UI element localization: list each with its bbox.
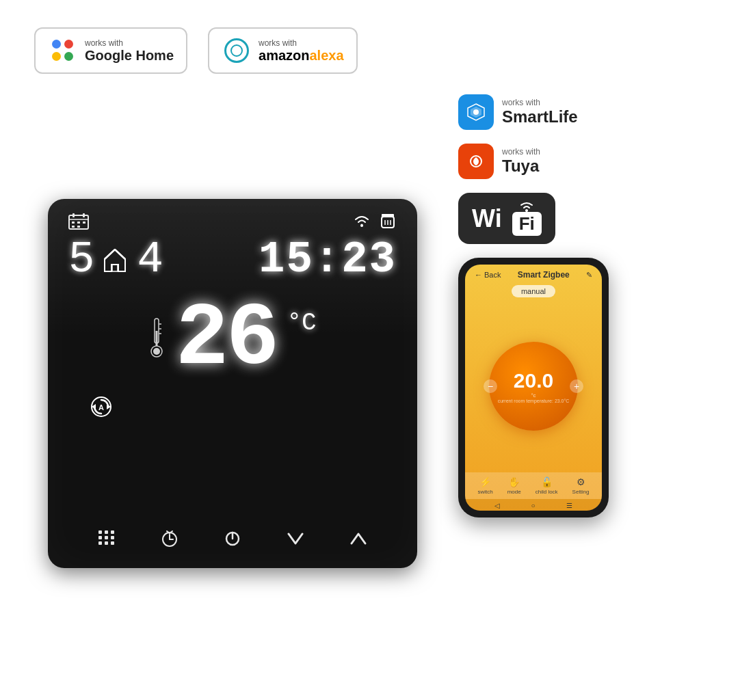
svg-rect-29 [111,530,114,534]
thermostat-buttons [68,523,397,558]
svg-rect-34 [105,541,108,545]
nav-setting[interactable]: ⚙ Setting [572,476,590,495]
svg-rect-35 [111,541,114,545]
tuya-text: works with Tuya [502,147,540,176]
tuya-icon [458,144,494,179]
back-nav-icon[interactable]: ◁ [494,502,500,509]
svg-rect-28 [105,530,108,534]
circle-temperature: 20.0 [514,369,553,392]
program-display: 4 [137,238,163,282]
google-home-text: works with Google Home [85,38,174,64]
wifi-status-icon [353,213,371,234]
nav-mode[interactable]: ✋ mode [507,476,521,495]
svg-point-9 [360,224,363,227]
current-room-temp: current room temperature: 23.0°C [498,399,570,403]
svg-rect-6 [83,221,85,224]
thermostat-wrapper: 5 4 15:23 [34,94,431,673]
wifi-fi-label: Fi [512,212,542,236]
day-display: 5 [68,238,93,282]
temperature-area: 26 °C [68,295,397,384]
home-nav-icon[interactable]: ○ [531,502,535,509]
svg-rect-33 [98,541,102,545]
svg-rect-5 [77,221,80,224]
right-panel: works with SmartLife works with Tuya [458,94,706,673]
svg-rect-15 [112,265,118,271]
tuya-brand: Tuya [502,157,540,176]
nav-switch[interactable]: ⚡ switch [477,476,492,495]
svg-rect-30 [98,536,102,539]
alexa-text: works with amazonalexa [259,38,344,64]
circle-temp-label: °c [531,392,536,399]
tuya-badge: works with Tuya [458,144,706,179]
auto-mode-icon: A [89,394,397,419]
phone-back-button[interactable]: ← Back [475,271,501,279]
amazon-text: amazon [259,48,309,63]
google-home-brand: Google Home [85,48,174,64]
temperature-unit: °C [287,309,316,337]
svg-point-19 [153,348,160,355]
phone-edit-icon[interactable]: ✎ [586,271,592,280]
time-display: 15:23 [259,238,397,282]
boiler-icon [379,213,397,234]
thermometer-icon [148,317,165,363]
phone-screen: ← Back Smart Zigbee ✎ manual − 20.0 [465,265,602,511]
thermostat-main-row: 5 4 15:23 [68,238,397,282]
svg-point-43 [473,109,479,115]
alexa-works-with-label: works with [259,38,344,48]
smartlife-brand: SmartLife [502,107,578,126]
home-program-area [101,247,129,273]
tuya-works-with: works with [502,147,540,157]
temperature-circle: − 20.0 °c current room temperature: 23.0… [489,342,578,431]
wifi-label: Wi [472,204,502,233]
alexa-brand: amazonalexa [259,48,344,64]
smartlife-badge: works with SmartLife [458,94,706,130]
smartlife-text: works with SmartLife [502,98,578,126]
up-button[interactable] [349,530,368,551]
alexa-text: alexa [309,48,343,63]
svg-rect-4 [72,221,75,224]
phone-title: Smart Zigbee [518,270,570,280]
svg-rect-2 [83,213,85,217]
amazon-alexa-badge: works with amazonalexa [208,27,358,74]
thermostat-device: 5 4 15:23 [48,199,417,568]
schedule-icon [68,213,89,234]
smartlife-works-with: works with [502,98,578,107]
menu-button[interactable] [97,528,116,552]
svg-text:A: A [98,403,104,412]
google-home-icon [48,36,78,66]
svg-rect-8 [77,226,80,228]
phone-mockup: ← Back Smart Zigbee ✎ manual − 20.0 [458,258,609,517]
thermostat-status-icons [353,213,397,234]
phone-circle-area: − 20.0 °c current room temperature: 23.0… [465,300,602,472]
nav-child-lock[interactable]: 🔓 child lock [536,476,558,495]
phone-sys-nav: ◁ ○ ☰ [465,499,602,511]
phone-tab-area: manual [472,285,595,297]
wifi-badge: Wi Fi [458,193,555,244]
phone-bottom-nav: ⚡ switch ✋ mode 🔓 child lock ⚙ [465,472,602,499]
google-works-with-label: works with [85,38,174,48]
page-container: works with Google Home works with amazon… [0,0,740,700]
main-content: 5 4 15:23 [34,94,706,673]
svg-rect-7 [72,226,75,228]
badges-row: works with Google Home works with amazon… [34,27,706,74]
manual-tab[interactable]: manual [512,285,555,297]
thermostat-top-row [68,213,397,234]
svg-rect-11 [382,214,394,217]
thermostat-display: 5 4 15:23 [48,199,417,568]
decrease-button[interactable]: − [484,379,497,393]
svg-rect-1 [72,213,75,217]
google-home-badge: works with Google Home [34,27,187,74]
svg-rect-27 [98,530,102,534]
svg-rect-31 [105,536,108,539]
smartlife-icon [458,94,494,130]
increase-button[interactable]: + [570,379,583,393]
power-button[interactable] [223,528,242,552]
phone-header: ← Back Smart Zigbee ✎ [465,265,602,282]
temperature-display: 26 [175,295,276,384]
wifi-signal-icon [519,201,534,212]
down-button[interactable] [286,530,305,551]
timer-button[interactable] [160,528,179,552]
recent-nav-icon[interactable]: ☰ [566,502,572,509]
svg-rect-32 [111,536,114,539]
alexa-icon [222,36,252,66]
